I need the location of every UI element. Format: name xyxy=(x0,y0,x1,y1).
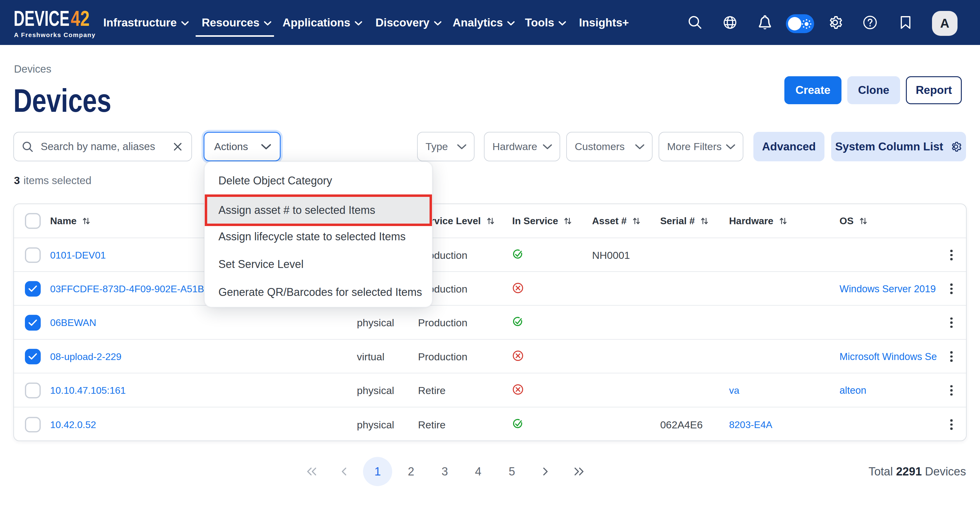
svg-text:DEVICE: DEVICE xyxy=(14,11,70,28)
svg-text:42: 42 xyxy=(71,11,90,28)
